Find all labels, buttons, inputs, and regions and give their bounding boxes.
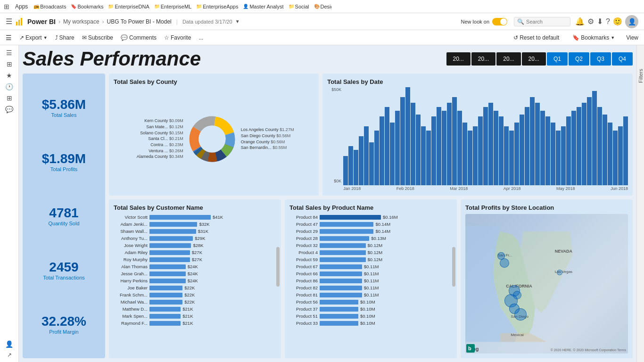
product-name: Product 32 [289, 243, 318, 248]
kpi-transactions-label: Total Transactions [28, 275, 99, 280]
product-value: $0.14M [375, 222, 390, 227]
q1-btn[interactable]: Q1 [547, 52, 568, 66]
hamburger-icon[interactable]: ☰ [6, 17, 12, 26]
search-input[interactable] [526, 19, 564, 25]
bar-col [462, 123, 467, 185]
list-item: Shawn Wall... $31K [114, 228, 276, 234]
donut-chart-body: Kern County $0.09M San Mate... $0.12M So… [114, 87, 314, 191]
nav-item-enterpriseml[interactable]: 📁EnterpriseML [154, 4, 191, 9]
nav-item-social[interactable]: 📁Social [289, 4, 309, 9]
menu-icon[interactable]: ☰ [6, 34, 12, 41]
q2-btn[interactable]: Q2 [569, 52, 589, 66]
x-label-jan: Jan 2018 [343, 186, 361, 191]
year-btn-3[interactable]: 20... [496, 52, 520, 66]
customer-bar-fill [149, 272, 186, 276]
map-label-mexical: Mexical [511, 333, 524, 337]
list-item: Product 4 $0.12M [289, 249, 452, 255]
new-look-toggle[interactable] [492, 18, 507, 25]
product-bar-fill [320, 307, 358, 312]
bar-col [390, 123, 395, 185]
year-btn-2[interactable]: 20... [471, 52, 495, 66]
nav-item-bookmarks[interactable]: 🔖Bookmarks [71, 4, 103, 9]
sidebar-icon-menu[interactable]: ☰ [6, 49, 12, 57]
favorite-btn[interactable]: ☆ Favorite [164, 34, 191, 41]
year-btn-1[interactable]: 20... [446, 52, 471, 66]
filters-label[interactable]: Filters [638, 69, 644, 83]
donut-legend-right: Los Angeles County $1.27M San Diego Coun… [241, 127, 294, 151]
nav-item-enterpriseapps[interactable]: 📁EnterpriseApps [196, 4, 238, 9]
nav-item-master-analyst[interactable]: 👤Master Analyst [243, 4, 283, 9]
share-btn[interactable]: ⤴ Share [55, 34, 74, 41]
breadcrumb-sep2: › [102, 18, 104, 25]
product-bars: Product 84 $0.16M Product 47 $0.14M Prod… [289, 214, 452, 354]
nav-item-enterprisedna[interactable]: 📁EnterpriseDNA [108, 4, 149, 9]
export-chevron: ▼ [43, 35, 48, 40]
sidebar-icon-chat[interactable]: 💬 [5, 106, 13, 113]
filters-panel: Filters [636, 45, 644, 362]
product-value: $0.10M [360, 321, 375, 326]
product-chart-title: Total Sales by Product Name [289, 204, 452, 211]
help-icon[interactable]: ? [606, 17, 610, 26]
download-icon[interactable]: ⬇ [597, 17, 603, 26]
q4-btn[interactable]: Q4 [612, 52, 633, 66]
legend-contra: Contra ... $0.23M [134, 142, 183, 148]
list-item: Product 59 $0.12M [289, 256, 452, 263]
customer-bar-fill [149, 236, 193, 241]
avatar[interactable]: 👤 [625, 15, 638, 28]
list-item: Mark Spen... $21K [114, 313, 276, 319]
list-item: Jose Wright $28K [114, 242, 276, 248]
more-btn[interactable]: ... [198, 34, 203, 41]
brand-label[interactable]: Power BI [27, 18, 56, 25]
customer-scrollbar[interactable] [276, 247, 280, 287]
kpi-profit-margin-label: Profit Margin [28, 329, 99, 335]
doc-title[interactable]: UBG To Power BI - Model [107, 18, 172, 25]
dropdown-icon[interactable]: ▼ [235, 19, 240, 24]
bar-col [483, 107, 488, 186]
customer-bar-fill [149, 307, 181, 312]
emoji-icon[interactable]: 🙂 [613, 17, 622, 26]
sidebar-icon-expand[interactable]: ↗ [7, 352, 12, 358]
product-value: $0.12M [368, 250, 383, 255]
sidebar-icon-person[interactable]: 👤 [5, 340, 13, 348]
product-value: $0.11M [364, 264, 379, 269]
sidebar-icon-star[interactable]: ★ [6, 72, 12, 79]
bell-icon[interactable]: 🔔 [575, 17, 585, 26]
subscribe-btn[interactable]: ✉ Subscribe [82, 34, 113, 41]
donut-legend-left: Kern County $0.09M San Mate... $0.12M So… [134, 118, 183, 160]
product-scrollbar[interactable] [452, 247, 455, 287]
customer-name: Anthony Tu... [114, 236, 148, 241]
legend-kern: Kern County $0.09M [134, 118, 183, 124]
list-item: Product 67 $0.11M [289, 263, 452, 270]
sidebar-icon-apps[interactable]: ⊞ [7, 94, 12, 102]
sidebar-icon-home[interactable]: ⊞ [7, 60, 12, 68]
product-name: Product 51 [289, 313, 318, 319]
product-bar-fill [320, 286, 362, 290]
q3-btn[interactable]: Q3 [590, 52, 611, 66]
year-btn-4[interactable]: 20... [522, 52, 546, 66]
kpi-total-sales-value: $5.86M [28, 97, 99, 112]
product-bar-fill [320, 264, 362, 269]
legend-sanmate: San Mate... $0.12M [134, 124, 183, 130]
sidebar-icon-clock[interactable]: 🕐 [5, 83, 13, 90]
workspace-label[interactable]: My workspace [63, 18, 99, 25]
nav-item-broadcasts[interactable]: 📻Broadcasts [33, 4, 66, 9]
comments-btn[interactable]: 💬 Comments [121, 34, 157, 41]
customer-value: $41K [213, 214, 223, 220]
reset-btn[interactable]: ↺ Reset to default [513, 34, 559, 41]
product-bar-fill [320, 272, 362, 276]
customer-chart-card: Total Sales by Customer Name Victor Scot… [109, 199, 281, 358]
search-box[interactable]: 🔍 [514, 17, 570, 26]
export-btn[interactable]: ↗ Export ▼ [19, 34, 48, 41]
legend-alameda: Alameda County $0.34M [134, 154, 183, 160]
list-item: Adam Jenki... $32K [114, 221, 276, 227]
view-btn[interactable]: View [626, 34, 638, 41]
nav-item-design[interactable]: 🎨Design [314, 4, 331, 9]
bar-col [618, 126, 623, 185]
bar-col [525, 107, 529, 186]
bar-col [442, 111, 446, 185]
settings-icon[interactable]: ⚙ [587, 17, 594, 26]
reset-label: Reset to default [520, 34, 559, 41]
bookmarks-btn[interactable]: 🔖 Bookmarks ▼ [572, 34, 615, 41]
product-value: $0.11M [364, 285, 379, 290]
apps-label[interactable]: Apps [15, 3, 28, 10]
